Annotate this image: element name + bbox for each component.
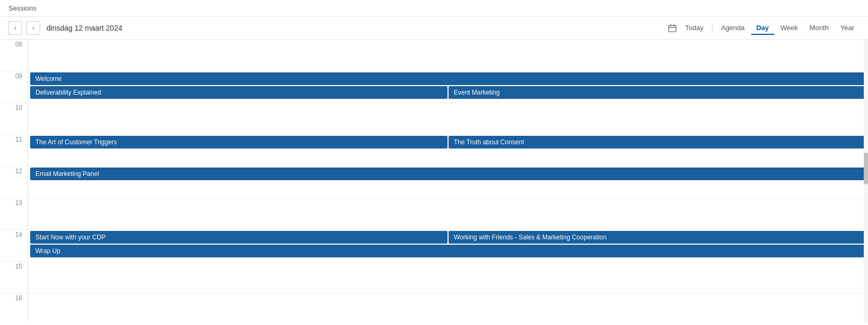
event-row: Start Now with your CDPWorking with Frie… bbox=[30, 231, 866, 244]
page-title: Sessions bbox=[0, 0, 868, 17]
event-row: Deliverability ExplainedEvent Marketing bbox=[30, 86, 866, 99]
time-label: 16 bbox=[0, 293, 28, 322]
toolbar: ‹ › dinsdag 12 maart 2024 Today Agenda D… bbox=[0, 17, 868, 40]
event-row: Email Marketing Panel bbox=[30, 168, 866, 180]
toolbar-right: Today Agenda Day Week Month Year bbox=[668, 22, 860, 35]
event-block-right[interactable]: Working with Friends - Sales & Marketing… bbox=[449, 231, 866, 244]
time-label: 12 bbox=[0, 166, 28, 198]
time-label: 13 bbox=[0, 198, 28, 229]
time-row-14: 14Start Now with your CDPWorking with Fr… bbox=[0, 230, 868, 262]
event-row: The Art of Customer TriggersThe Truth ab… bbox=[30, 136, 866, 148]
time-row-09: 09WelcomeDeliverability ExplainedEvent M… bbox=[0, 71, 868, 103]
time-label: 14 bbox=[0, 230, 28, 261]
calendar-body: 0809WelcomeDeliverability ExplainedEvent… bbox=[0, 40, 868, 322]
next-button[interactable]: › bbox=[26, 21, 40, 35]
separator bbox=[712, 23, 712, 33]
time-row-08: 08 bbox=[0, 40, 868, 71]
time-content bbox=[28, 40, 868, 71]
time-content bbox=[28, 293, 868, 322]
toolbar-left: ‹ › dinsdag 12 maart 2024 bbox=[8, 21, 122, 35]
time-row-10: 10 bbox=[0, 103, 868, 135]
time-row-11: 11The Art of Customer TriggersThe Truth … bbox=[0, 135, 868, 166]
time-content bbox=[28, 103, 868, 134]
time-label: 08 bbox=[0, 40, 28, 71]
time-content: WelcomeDeliverability ExplainedEvent Mar… bbox=[28, 71, 868, 103]
time-content: Email Marketing Panel bbox=[28, 166, 868, 198]
time-label: 11 bbox=[0, 135, 28, 166]
time-row-16: 16 bbox=[0, 293, 868, 322]
scrollbar-track[interactable] bbox=[864, 40, 868, 322]
calendar-wrapper: 0809WelcomeDeliverability ExplainedEvent… bbox=[0, 40, 868, 322]
month-button[interactable]: Month bbox=[805, 22, 834, 35]
event-block-left[interactable]: Deliverability Explained bbox=[30, 86, 447, 99]
calendar-icon bbox=[668, 24, 677, 32]
time-content: The Art of Customer TriggersThe Truth ab… bbox=[28, 135, 868, 166]
event-block[interactable]: Wrap Up bbox=[30, 245, 866, 257]
today-button[interactable]: Today bbox=[680, 22, 709, 35]
time-label: 10 bbox=[0, 103, 28, 134]
event-row: Welcome bbox=[30, 72, 866, 85]
week-button[interactable]: Week bbox=[775, 22, 803, 35]
event-row: Wrap Up bbox=[30, 245, 866, 257]
time-row-15: 15 bbox=[0, 262, 868, 293]
event-block[interactable]: Email Marketing Panel bbox=[30, 168, 866, 180]
event-block-left[interactable]: The Art of Customer Triggers bbox=[30, 136, 447, 148]
year-button[interactable]: Year bbox=[835, 22, 860, 35]
event-block-right[interactable]: Event Marketing bbox=[449, 86, 866, 99]
date-label: dinsdag 12 maart 2024 bbox=[47, 24, 122, 32]
event-block-left[interactable]: Start Now with your CDP bbox=[30, 231, 447, 244]
time-row-12: 12Email Marketing Panel bbox=[0, 166, 868, 198]
svg-rect-0 bbox=[669, 25, 676, 32]
scrollbar-thumb[interactable] bbox=[864, 153, 868, 184]
page-container: Sessions ‹ › dinsdag 12 maart 2024 Today… bbox=[0, 0, 868, 322]
prev-button[interactable]: ‹ bbox=[8, 21, 22, 35]
time-content bbox=[28, 198, 868, 229]
day-button[interactable]: Day bbox=[751, 22, 774, 35]
time-label: 15 bbox=[0, 262, 28, 293]
time-label: 09 bbox=[0, 71, 28, 103]
time-content: Start Now with your CDPWorking with Frie… bbox=[28, 230, 868, 261]
time-row-13: 13 bbox=[0, 198, 868, 230]
agenda-button[interactable]: Agenda bbox=[716, 22, 750, 35]
event-block-right[interactable]: The Truth about Consent bbox=[449, 136, 866, 148]
time-content bbox=[28, 262, 868, 293]
event-block[interactable]: Welcome bbox=[30, 72, 866, 85]
